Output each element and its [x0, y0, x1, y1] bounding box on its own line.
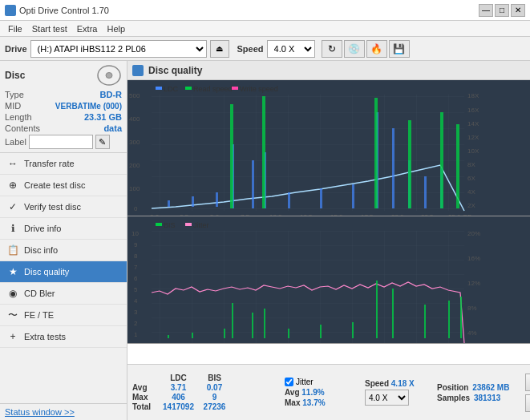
- sidebar-item-label: Verify test disc: [24, 202, 81, 212]
- svg-rect-101: [460, 297, 462, 338]
- svg-rect-89: [192, 333, 193, 338]
- svg-rect-48: [424, 176, 427, 208]
- label-edit-button[interactable]: ✎: [95, 135, 110, 149]
- minimize-button[interactable]: —: [479, 4, 493, 17]
- svg-text:14X: 14X: [467, 120, 479, 127]
- svg-text:12%: 12%: [467, 280, 480, 287]
- svg-rect-38: [216, 192, 218, 207]
- jitter-label: Jitter: [296, 378, 314, 386]
- svg-text:5.0: 5.0: [210, 213, 220, 216]
- avg-bis: 0.07: [196, 383, 233, 392]
- sidebar-item-label: FE / TE: [24, 310, 54, 320]
- svg-text:Read speed: Read speed: [193, 85, 233, 93]
- sidebar-item-drive-info[interactable]: ℹ Drive info: [0, 218, 127, 240]
- speed-label: Speed: [237, 44, 264, 54]
- sidebar-item-transfer-rate[interactable]: ↔ Transfer rate: [0, 153, 127, 175]
- save-button[interactable]: 💾: [389, 40, 410, 58]
- content-area: Disc quality LDC: [127, 61, 530, 420]
- length-label: Length: [5, 112, 32, 122]
- transfer-icon: ↔: [6, 157, 19, 170]
- svg-text:7.5: 7.5: [241, 213, 250, 216]
- samples-label: Samples: [437, 394, 470, 402]
- refresh-button[interactable]: ↻: [322, 40, 342, 58]
- svg-text:2X: 2X: [467, 202, 475, 209]
- menu-start-test[interactable]: Start test: [27, 23, 72, 34]
- status-window-link[interactable]: Status window >>: [0, 403, 127, 420]
- svg-text:25.0 GB: 25.0 GB: [448, 213, 471, 216]
- disc-icon: [96, 64, 122, 87]
- stats-ldc-header: LDC: [160, 374, 196, 382]
- fe-te-icon: 〜: [6, 309, 19, 321]
- svg-text:0: 0: [134, 205, 138, 212]
- svg-text:6X: 6X: [467, 175, 475, 182]
- svg-text:3: 3: [134, 309, 138, 316]
- svg-text:8: 8: [134, 252, 138, 260]
- svg-text:500: 500: [129, 92, 140, 99]
- menu-help[interactable]: Help: [102, 23, 130, 34]
- status-window-label: Status window >>: [5, 407, 75, 417]
- svg-rect-6: [185, 87, 192, 90]
- contents-label: Contents: [5, 123, 40, 133]
- speed-select-stat[interactable]: 4.0 X: [365, 390, 409, 406]
- drive-select[interactable]: (H:) ATAPI iHBS112 2 PL06: [30, 40, 207, 58]
- disc-info-icon: 📋: [6, 244, 19, 256]
- sidebar-item-create-test-disc[interactable]: ⊕ Create test disc: [0, 175, 127, 196]
- svg-text:1: 1: [134, 331, 138, 338]
- start-full-button[interactable]: Start full: [525, 374, 530, 391]
- svg-rect-43: [320, 188, 322, 208]
- maximize-button[interactable]: □: [495, 4, 509, 17]
- svg-text:20.0: 20.0: [391, 213, 404, 216]
- sidebar-item-verify-test-disc[interactable]: ✓ Verify test disc: [0, 196, 127, 218]
- svg-rect-100: [448, 301, 450, 338]
- svg-rect-91: [232, 303, 233, 338]
- sidebar-item-cd-bler[interactable]: ◉ CD Bler: [0, 283, 127, 305]
- content-title: Disc quality: [148, 65, 202, 76]
- svg-rect-97: [376, 281, 378, 338]
- max-ldc: 406: [160, 393, 196, 402]
- svg-text:300: 300: [129, 139, 140, 146]
- menu-extra[interactable]: Extra: [72, 23, 103, 34]
- label-input[interactable]: [29, 135, 93, 149]
- svg-text:4%: 4%: [467, 329, 477, 337]
- total-bis: 27236: [196, 402, 233, 411]
- svg-rect-99: [424, 305, 426, 338]
- start-part-button[interactable]: Start part: [525, 394, 530, 412]
- position-label: Position: [437, 383, 468, 392]
- speed-select[interactable]: 4.0 X: [267, 40, 315, 58]
- avg-speed: 4.18 X: [391, 379, 415, 388]
- type-label: Type: [5, 90, 24, 99]
- svg-text:8X: 8X: [467, 161, 475, 168]
- chart-ldc: LDC Read speed Write speed 500 400 300 2…: [127, 80, 530, 216]
- svg-rect-36: [168, 200, 170, 207]
- chart-top-svg: LDC Read speed Write speed 500 400 300 2…: [127, 80, 530, 216]
- svg-rect-8: [232, 87, 238, 90]
- menu-file[interactable]: File: [3, 23, 27, 34]
- avg-jitter-label: Avg: [285, 388, 301, 397]
- svg-rect-92: [252, 313, 253, 338]
- avg-ldc: 3.71: [160, 383, 196, 392]
- svg-text:10.0: 10.0: [269, 213, 282, 216]
- svg-text:7: 7: [134, 264, 138, 271]
- eject-button[interactable]: ⏏: [210, 40, 229, 58]
- svg-rect-90: [224, 329, 225, 338]
- svg-rect-3: [152, 95, 464, 211]
- jitter-checkbox[interactable]: [285, 378, 293, 386]
- svg-text:18X: 18X: [467, 92, 479, 99]
- close-button[interactable]: ✕: [511, 4, 525, 17]
- svg-text:LDC: LDC: [164, 85, 179, 93]
- cd-bler-icon: ◉: [6, 287, 19, 300]
- avg-jitter: 11.9%: [301, 388, 324, 397]
- drive-label: Drive: [5, 44, 27, 54]
- sidebar-item-fe-te[interactable]: 〜 FE / TE: [0, 305, 127, 326]
- app-icon: [5, 5, 16, 16]
- svg-text:16%: 16%: [467, 255, 480, 262]
- sidebar-item-extra-tests[interactable]: + Extra tests: [0, 326, 127, 348]
- svg-rect-52: [374, 98, 378, 208]
- svg-text:2: 2: [134, 320, 138, 327]
- disc-button[interactable]: 💿: [344, 40, 365, 58]
- sidebar-item-disc-quality[interactable]: ★ Disc quality: [0, 261, 127, 283]
- action-buttons: Start full Start part: [525, 374, 530, 412]
- sidebar-item-disc-info[interactable]: 📋 Disc info: [0, 240, 127, 261]
- burn-button[interactable]: 🔥: [366, 40, 387, 58]
- svg-text:20%: 20%: [467, 230, 480, 237]
